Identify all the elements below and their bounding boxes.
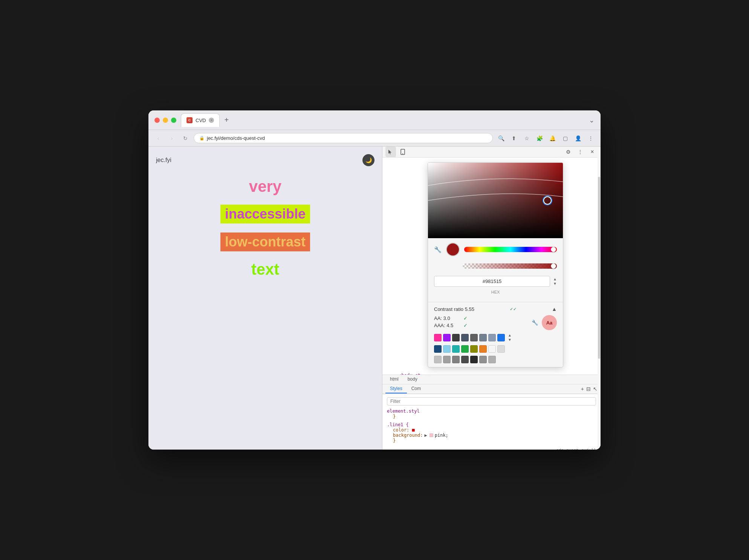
swatch-sky-blue[interactable] <box>443 345 451 353</box>
background-color-swatch[interactable] <box>430 433 433 437</box>
css-prop-background: background: ▶ pink; <box>387 433 596 438</box>
cursor-icon <box>388 149 394 155</box>
eyedropper-icon[interactable]: 🔧 <box>434 246 442 253</box>
tab-styles[interactable]: Styles <box>385 384 407 393</box>
hex-label: HEX <box>434 290 557 294</box>
cp-spinner[interactable]: ▲ ▼ <box>553 277 557 286</box>
fullscreen-window-button[interactable] <box>171 118 176 123</box>
hue-slider[interactable] <box>464 247 557 252</box>
swatch-silver[interactable] <box>434 356 442 363</box>
browser-tab[interactable]: C CVD × <box>181 113 220 127</box>
css-prop-color: color: ■ <box>387 427 596 433</box>
cp-color-swatch[interactable] <box>446 243 460 256</box>
contrast-ratio-label: Contrast ratio 5.55 <box>434 306 474 312</box>
swatch-gray5[interactable] <box>479 356 487 363</box>
css-selector-line1: .line1 { <box>387 422 409 427</box>
inspect-element-button[interactable] <box>385 147 396 157</box>
dt-tab-body[interactable]: body <box>403 375 422 384</box>
word-very: very <box>249 177 281 196</box>
word-text: text <box>251 260 280 278</box>
tab-computed[interactable]: Com <box>407 384 425 393</box>
swatch-darker[interactable] <box>470 356 478 363</box>
tab-close-button[interactable]: × <box>209 118 214 123</box>
word-inaccessible: inaccessible <box>220 205 310 223</box>
swatch-dark-gray[interactable] <box>452 334 460 341</box>
contrast-checkmarks: ✓✓ <box>510 307 517 312</box>
cp-aaa-row: AAA: 4.5 ✓ <box>434 323 468 328</box>
dt-line-body[interactable]: ▶ <body ct <box>382 372 601 375</box>
aa-check: ✓ <box>463 315 468 321</box>
device-toggle-button[interactable] <box>397 147 408 157</box>
devtools-close-button[interactable]: × <box>587 147 598 157</box>
devtools-styles-panel: element.styl } .line1 { color: ■ backgro… <box>382 394 601 450</box>
swatch-near-white[interactable] <box>488 345 496 353</box>
swatch-purple[interactable] <box>443 334 451 341</box>
add-style-button[interactable]: + <box>581 386 584 392</box>
account-button[interactable]: 👤 <box>573 133 583 144</box>
forward-button[interactable]: › <box>167 133 177 144</box>
swatch-dark[interactable] <box>461 356 469 363</box>
swatch-gray2[interactable] <box>479 334 487 341</box>
aaa-check: ✓ <box>463 323 468 328</box>
swatch-olive[interactable] <box>470 345 478 353</box>
minimize-window-button[interactable] <box>163 118 168 123</box>
color-canvas[interactable] <box>428 163 563 238</box>
menu-button[interactable]: ⋮ <box>585 133 596 144</box>
share-button[interactable]: ⬆ <box>509 133 519 144</box>
swatch-light-gray[interactable] <box>497 345 505 353</box>
extensions-button[interactable]: 🧩 <box>534 133 545 144</box>
dt-tab-html[interactable]: html <box>385 375 403 384</box>
aaa-label: AAA: 4.5 <box>434 323 460 328</box>
close-window-button[interactable] <box>154 118 160 123</box>
swatch-scroll[interactable]: ▲ ▼ <box>508 333 512 342</box>
devtools-toolbar: ⚙ ⋮ × <box>382 147 601 158</box>
address-input[interactable]: 🔒 jec.fyi/demo/cds-quest-cvd <box>194 133 493 143</box>
bookmark-button[interactable]: ☆ <box>521 133 532 144</box>
search-button[interactable]: 🔍 <box>496 133 506 144</box>
swatch-gray6[interactable] <box>488 356 496 363</box>
background-value: pink; <box>435 433 448 438</box>
swatch-slate[interactable] <box>461 334 469 341</box>
swatch-orange[interactable] <box>479 345 487 353</box>
css-selector: element.styl <box>387 409 420 414</box>
swatch-dark-blue[interactable] <box>434 345 442 353</box>
color-picker-indicator[interactable] <box>543 196 552 205</box>
eyedropper2-icon[interactable]: 🔧 <box>532 320 538 326</box>
new-tab-button[interactable]: + <box>221 116 232 124</box>
css-rule-element: element.styl } <box>387 409 596 419</box>
swatch-gray3[interactable] <box>443 356 451 363</box>
dock-button[interactable]: ⊟ <box>586 386 591 392</box>
devtools-settings-button[interactable]: ⚙ <box>563 147 573 157</box>
dark-mode-toggle[interactable]: 🌙 <box>362 154 374 166</box>
devtools-scrollbar[interactable] <box>598 147 601 450</box>
devtools-panel: ⚙ ⋮ × 🔧 <box>382 147 601 450</box>
refresh-button[interactable]: ↻ <box>180 133 191 144</box>
swatch-gray[interactable] <box>470 334 478 341</box>
address-bar: ‹ › ↻ 🔒 jec.fyi/demo/cds-quest-cvd 🔍 ⬆ ☆… <box>148 130 601 147</box>
back-button[interactable]: ‹ <box>153 133 164 144</box>
devtools-more-button[interactable]: ⋮ <box>575 147 585 157</box>
swatch-green[interactable] <box>461 345 469 353</box>
alpha-slider[interactable] <box>463 263 557 269</box>
traffic-lights <box>154 118 176 123</box>
alert-button[interactable]: 🔔 <box>547 133 558 144</box>
chevron-up-icon: ▲ <box>552 306 557 312</box>
hex-input[interactable] <box>434 276 550 287</box>
device-icon <box>400 149 406 155</box>
word-low-contrast: low-contrast <box>220 233 310 251</box>
devtools-panel-tabs: Styles Com + ⊟ ↖ <box>382 384 601 394</box>
swatch-pink[interactable] <box>434 334 442 341</box>
inspect-icon[interactable]: ↖ <box>593 386 598 392</box>
demo-words: very inaccessible low-contrast text <box>156 177 374 278</box>
filter-input[interactable] <box>387 397 596 405</box>
swatch-gray4[interactable] <box>452 356 460 363</box>
swatch-teal[interactable] <box>452 345 460 353</box>
cp-contrast-header[interactable]: Contrast ratio 5.55 ✓✓ ▲ <box>434 306 557 312</box>
file-reference: cds-quest-cvd:11 <box>387 446 596 450</box>
cp-controls: 🔧 <box>428 238 563 302</box>
swatch-blue[interactable] <box>497 334 505 341</box>
tab-title: CVD <box>196 118 206 123</box>
tab-list-button[interactable]: ⌄ <box>589 116 595 124</box>
split-view-button[interactable]: ▢ <box>560 133 570 144</box>
swatch-light-slate[interactable] <box>488 334 496 341</box>
